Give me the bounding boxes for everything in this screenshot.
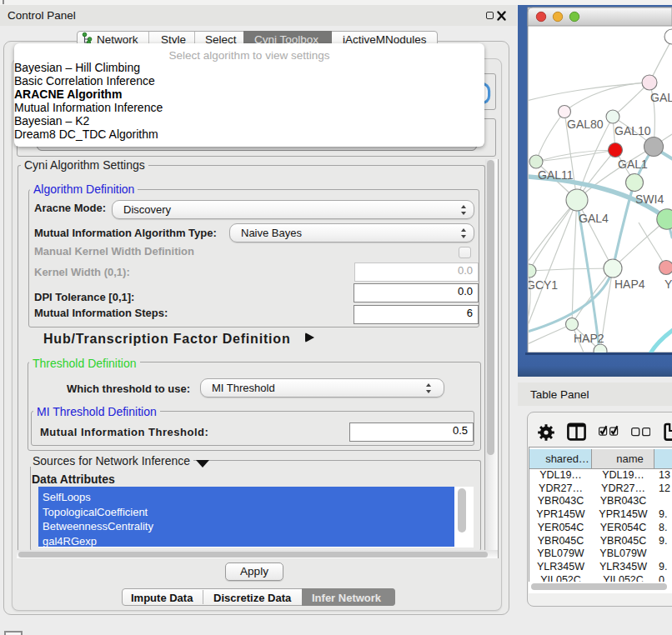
svg-text:GAL1: GAL1 xyxy=(618,158,648,171)
svg-text:GAL4: GAL4 xyxy=(579,212,609,225)
svg-text:GCY1: GCY1 xyxy=(526,278,558,292)
svg-text:GAL11: GAL11 xyxy=(538,168,574,182)
svg-text:GAL80: GAL80 xyxy=(567,118,604,131)
svg-text:GAL10: GAL10 xyxy=(614,124,651,138)
svg-text:HAP4: HAP4 xyxy=(614,278,645,291)
svg-text:Y: Y xyxy=(664,278,672,291)
svg-text:GAL7: GAL7 xyxy=(650,91,672,104)
svg-text:HAP2: HAP2 xyxy=(574,332,604,345)
svg-text:SWI4: SWI4 xyxy=(635,192,664,206)
